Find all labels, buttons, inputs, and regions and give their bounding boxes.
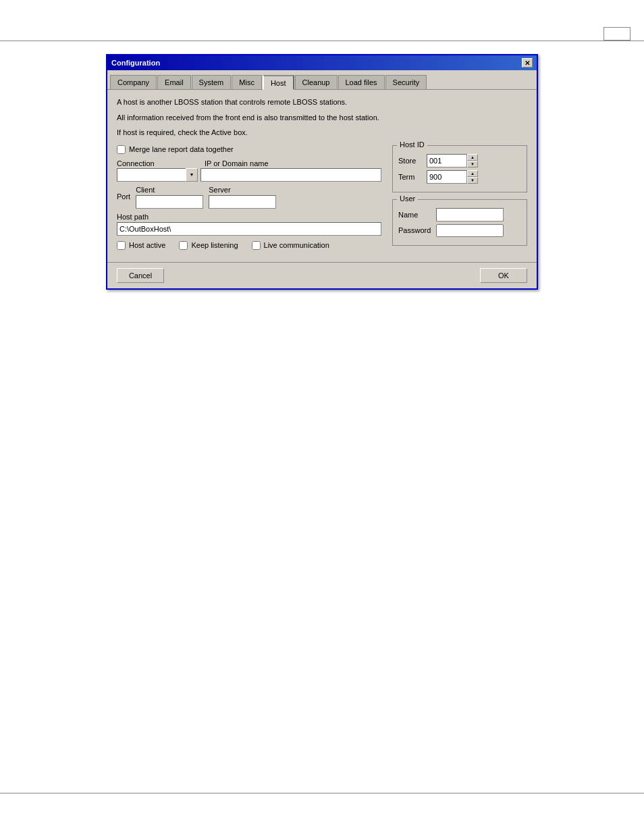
tab-email[interactable]: Email: [157, 75, 191, 90]
tab-host[interactable]: Host: [263, 75, 294, 90]
content-area: Merge lane report data together Connecti…: [117, 145, 527, 255]
term-label: Term: [398, 173, 424, 181]
ip-domain-input[interactable]: [200, 168, 381, 182]
hostpath-input[interactable]: [117, 222, 381, 236]
name-input[interactable]: [436, 208, 504, 221]
store-input[interactable]: [427, 154, 467, 167]
server-port-input[interactable]: [209, 195, 276, 209]
password-input[interactable]: [436, 224, 504, 237]
dialog-title: Configuration: [111, 59, 160, 67]
store-row: Store ▲ ▼: [398, 154, 521, 167]
term-up-button[interactable]: ▲: [467, 170, 478, 177]
tab-security[interactable]: Security: [385, 75, 427, 90]
user-group: User Name Password: [392, 199, 527, 246]
right-panel: Host ID Store ▲ ▼: [392, 145, 527, 255]
term-down-button[interactable]: ▼: [467, 177, 478, 184]
client-col: Client: [136, 186, 203, 209]
tab-bar: Company Email System Misc Host Cleanup L…: [107, 70, 537, 90]
name-label: Name: [398, 211, 432, 219]
hostpath-label: Host path: [117, 213, 381, 221]
info-line-3: If host is required, check the Active bo…: [117, 127, 527, 138]
host-id-group-label: Host ID: [397, 140, 427, 149]
port-fields: Port Client Server: [117, 186, 381, 209]
term-spinner-buttons: ▲ ▼: [467, 170, 478, 184]
store-down-button[interactable]: ▼: [467, 161, 478, 167]
tab-company[interactable]: Company: [110, 75, 157, 90]
connection-row: ▼: [117, 168, 381, 182]
host-active-checkbox[interactable]: [117, 241, 126, 250]
store-spinner-buttons: ▲ ▼: [467, 154, 478, 167]
tab-misc[interactable]: Misc: [232, 75, 262, 90]
name-row: Name: [398, 208, 521, 221]
keep-listening-label: Keep listening: [191, 241, 238, 249]
keep-listening-checkbox[interactable]: [179, 241, 188, 250]
close-button[interactable]: ✕: [522, 58, 533, 68]
info-line-1: A host is another LBOSS station that con…: [117, 97, 527, 108]
connection-dropdown-wrap: ▼: [117, 168, 198, 182]
store-spinner: ▲ ▼: [427, 154, 478, 167]
client-label: Client: [136, 186, 155, 194]
configuration-dialog: Configuration ✕ Company Email System Mis…: [106, 54, 538, 290]
term-spinner: ▲ ▼: [427, 170, 478, 184]
connection-label: Connection: [117, 159, 205, 167]
ok-button[interactable]: OK: [480, 268, 527, 283]
term-input[interactable]: [427, 170, 467, 184]
hostpath-section: Host path: [117, 213, 381, 236]
server-label: Server: [209, 186, 230, 194]
port-section: Port Client Server: [117, 186, 381, 209]
cancel-button[interactable]: Cancel: [117, 268, 164, 283]
client-port-input[interactable]: [136, 195, 203, 209]
tab-system[interactable]: System: [192, 75, 232, 90]
dialog-footer: Cancel OK: [107, 262, 537, 288]
tab-cleanup[interactable]: Cleanup: [295, 75, 338, 90]
term-row: Term ▲ ▼: [398, 170, 521, 184]
host-id-group: Host ID Store ▲ ▼: [392, 145, 527, 192]
left-panel: Merge lane report data together Connecti…: [117, 145, 381, 255]
store-label: Store: [398, 157, 424, 165]
ip-domain-label: IP or Domain name: [205, 159, 381, 167]
live-comm-row: Live communication: [252, 241, 329, 250]
port-col-label-col: Port: [117, 192, 130, 202]
keep-listening-row: Keep listening: [179, 241, 238, 250]
connection-ip-labels: Connection IP or Domain name: [117, 159, 381, 167]
password-row: Password: [398, 224, 521, 237]
live-comm-checkbox[interactable]: [252, 241, 261, 250]
password-label: Password: [398, 226, 432, 234]
page-wrapper: Configuration ✕ Company Email System Mis…: [0, 0, 644, 834]
user-group-label: User: [397, 194, 418, 203]
tab-loadfiles[interactable]: Load files: [338, 75, 385, 90]
info-line-2: All information received from the front …: [117, 112, 527, 124]
dialog-content: A host is another LBOSS station that con…: [107, 90, 537, 262]
bottom-checkboxes: Host active Keep listening Live communic…: [117, 241, 381, 255]
live-comm-label: Live communication: [264, 241, 329, 249]
merge-lane-label: Merge lane report data together: [129, 145, 234, 153]
server-col: Server: [209, 186, 276, 209]
port-label: Port: [117, 192, 130, 201]
connection-dropdown[interactable]: [117, 168, 198, 182]
host-active-row: Host active: [117, 241, 165, 250]
store-up-button[interactable]: ▲: [467, 154, 478, 161]
title-bar: Configuration ✕: [107, 55, 537, 70]
corner-box: [603, 27, 630, 41]
merge-lane-checkbox[interactable]: [117, 145, 126, 154]
merge-lane-row: Merge lane report data together: [117, 145, 381, 154]
host-active-label: Host active: [129, 241, 165, 249]
